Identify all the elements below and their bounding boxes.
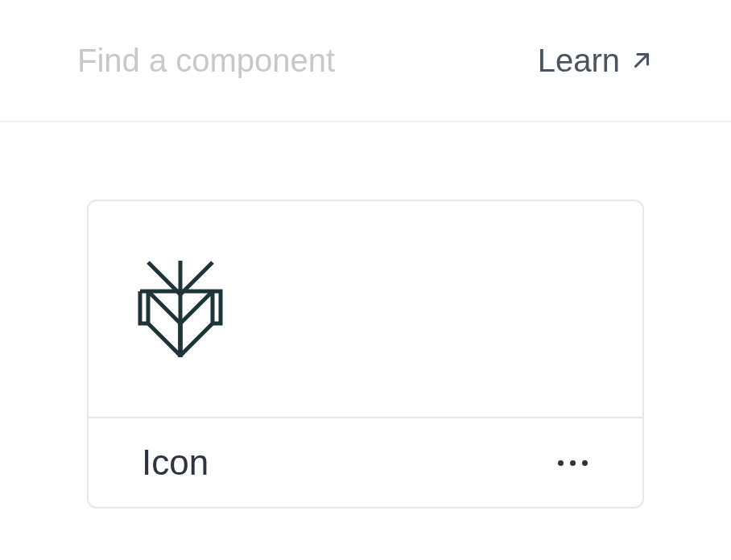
card-preview [89, 201, 642, 417]
learn-link[interactable]: Learn [538, 43, 654, 79]
more-icon [558, 460, 564, 466]
component-label: Icon [142, 443, 209, 483]
external-link-icon [630, 48, 654, 72]
perplexity-icon [137, 261, 224, 357]
component-card[interactable]: Icon [87, 200, 644, 509]
content-area: Icon [0, 122, 731, 509]
header-bar: Learn [0, 0, 731, 122]
more-icon [570, 460, 576, 466]
more-options-button[interactable] [551, 454, 594, 472]
more-icon [582, 460, 588, 466]
learn-link-label: Learn [538, 43, 620, 79]
search-input[interactable] [77, 43, 538, 79]
svg-line-0 [636, 55, 648, 67]
card-footer: Icon [89, 417, 642, 507]
